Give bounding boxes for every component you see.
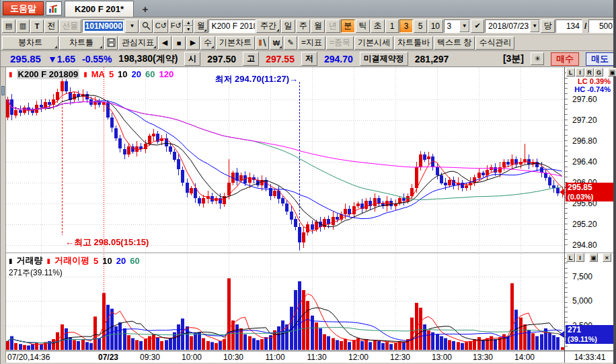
low-value: 294.70 (324, 54, 353, 64)
text-tool-icon[interactable]: T (30, 19, 44, 33)
current-price-badge: 295.85 (0.03%) (566, 183, 613, 201)
ma-20: 20 (132, 69, 141, 79)
timeframe-indicator: [3분] (503, 53, 524, 65)
interval-3-button[interactable]: 3 (399, 19, 413, 33)
slash-label: / (583, 21, 588, 31)
f-refresh-button[interactable]: F↺ (169, 19, 183, 33)
vma-10: 10 (102, 256, 112, 266)
axis-button-l[interactable]: L (566, 68, 575, 77)
price-change: ▼1.65 (48, 54, 75, 64)
tick-button[interactable]: 틱 (356, 19, 370, 33)
annotation-session-low: 최저 294.70(11:27)→ (180, 73, 298, 85)
price-axis-buttons: LIRG▣ (566, 68, 616, 77)
spin-stepper[interactable]: ▲▼ (184, 19, 193, 33)
ma-label: MA (91, 69, 105, 79)
weekly-button[interactable]: 주간 (256, 19, 280, 33)
maximize-icon[interactable]: ▣ (589, 253, 598, 262)
basic-chart-button[interactable]: 기본차트 (216, 36, 255, 50)
prev-button[interactable]: ◀ (158, 36, 171, 50)
axis-button-i[interactable]: I (576, 68, 584, 77)
splitter-handle[interactable] (1, 86, 5, 95)
date-combo[interactable]: 2018/07/23▼ (485, 19, 540, 33)
time-axis-label: 10:30 (223, 353, 243, 362)
chart-icon (48, 4, 59, 13)
low-label: 저 (301, 52, 317, 66)
bar-count-box[interactable]: 134 (555, 19, 582, 33)
year-button[interactable]: 년 (325, 19, 340, 33)
su-button[interactable]: 수 (200, 36, 215, 50)
second-button[interactable]: 초 (371, 19, 385, 33)
eq-indicator-button[interactable]: =지표 (298, 36, 325, 50)
interval-combo[interactable]: 3▼ (444, 19, 471, 33)
vma-60: 60 (130, 256, 139, 266)
confirm-button[interactable]: ✔ (471, 19, 484, 33)
maximize-icon[interactable]: ▣ (608, 68, 616, 77)
left-splitter[interactable] (1, 67, 6, 363)
stop-button[interactable]: ■ (172, 36, 186, 50)
time-axis-label: 07/20,14:36 (7, 353, 50, 362)
chart-area: ▮K200 F 201809 ▮MA 5 10 20 60 120 ▮거래량 ▮… (1, 67, 616, 363)
price-axis-panel: LIRG▣ LI▣× LC 0.39% HC -0.74% 297.60297.… (564, 67, 614, 363)
tools-button[interactable] (256, 36, 269, 50)
price-axis-label: 294.80 (572, 240, 597, 250)
c-refresh-button[interactable]: C↺ (153, 19, 168, 33)
sell-button[interactable]: 매도 (586, 52, 614, 66)
mini-chart-icon[interactable] (46, 1, 62, 15)
chart-frame-menu[interactable]: 차트틀 (59, 36, 104, 50)
next-button[interactable]: ▶ (186, 36, 200, 50)
time-axis-label: 13:30 (473, 353, 493, 362)
annotation-session-high: ←최고 298.05(15:15) (65, 236, 149, 248)
bar-chart-menu[interactable]: 봉차트 (2, 36, 59, 50)
interest-indicator-button[interactable]: 관심지표 (118, 36, 157, 50)
axis-button-l[interactable]: L (566, 253, 575, 262)
layout-multi-icon[interactable]: ▥ (16, 19, 30, 33)
eq-symbol-button[interactable]: =종목 (326, 36, 354, 50)
price-axis-label: 295.20 (572, 220, 597, 229)
code-input[interactable]: 101N9000 (82, 19, 125, 33)
week-button[interactable]: 주 (296, 19, 310, 33)
jeon-button[interactable]: 전 (44, 19, 59, 33)
main-chart-canvas[interactable] (6, 67, 564, 253)
tab-k200-f[interactable]: K200 F 201* (65, 1, 134, 17)
high-value: 297.55 (266, 54, 295, 64)
search-button[interactable] (139, 19, 153, 33)
help-button[interactable]: 도움말 (3, 1, 44, 15)
buy-button[interactable]: 매수 (551, 52, 579, 66)
dang-button[interactable]: 당 (541, 19, 555, 33)
save-button[interactable] (104, 36, 118, 50)
month-button-1[interactable]: 월 (194, 19, 208, 33)
volume-icon: ▮ (9, 257, 13, 265)
volume-axis-buttons: LI▣× (566, 253, 611, 262)
formula-manager-button[interactable]: 수식관리 (475, 36, 514, 50)
symbol-box[interactable]: K200 F 2018 (208, 19, 255, 33)
tab-bar: 도움말 K200 F 201* + (1, 0, 616, 17)
vma-20: 20 (116, 256, 126, 266)
basic-quote-button[interactable]: 기본시세 (354, 36, 393, 50)
daily-button[interactable]: 일 (281, 19, 295, 33)
close-icon[interactable]: × (603, 253, 611, 262)
interval-1-button[interactable]: 1 (385, 19, 399, 33)
futures-button[interactable]: 선물 (59, 19, 81, 33)
text-window-button[interactable]: 텍스트 창 (434, 36, 475, 50)
clock-cell: 14:33:41 (565, 351, 615, 363)
current-volume-badge: 271 (39.11%) (566, 325, 613, 344)
month-button-2[interactable]: 월 (311, 19, 325, 33)
interval-10-button[interactable]: 10 (428, 19, 442, 33)
chart-toolbar-button[interactable]: 차트툴바 (394, 36, 433, 50)
candle-icon: ▮ (9, 71, 13, 78)
volume-current: 271주(39.11%) (9, 267, 140, 279)
layout-single-icon[interactable]: ▤ (2, 19, 15, 33)
axis-button-i[interactable]: I (576, 253, 584, 262)
minute-button[interactable]: 분 (341, 19, 355, 33)
won-button[interactable]: ₩ (270, 36, 283, 50)
new-tab-button[interactable]: + (138, 2, 153, 15)
code-dropdown[interactable]: ▼ (125, 19, 139, 33)
interval-5-button[interactable]: 5 (414, 19, 427, 33)
bar-total-box[interactable]: 500 (588, 19, 615, 33)
time-axis: 07/20,14:3607/2309:3010:0010:3011:0011:3… (6, 351, 564, 363)
draw-button[interactable]: ✎ (284, 36, 297, 50)
settings-icon[interactable]: ✳ (531, 52, 544, 65)
price-badge-arrow (560, 189, 564, 195)
axis-button-r[interactable]: R (585, 68, 594, 77)
axis-button-g[interactable]: G (594, 68, 603, 77)
